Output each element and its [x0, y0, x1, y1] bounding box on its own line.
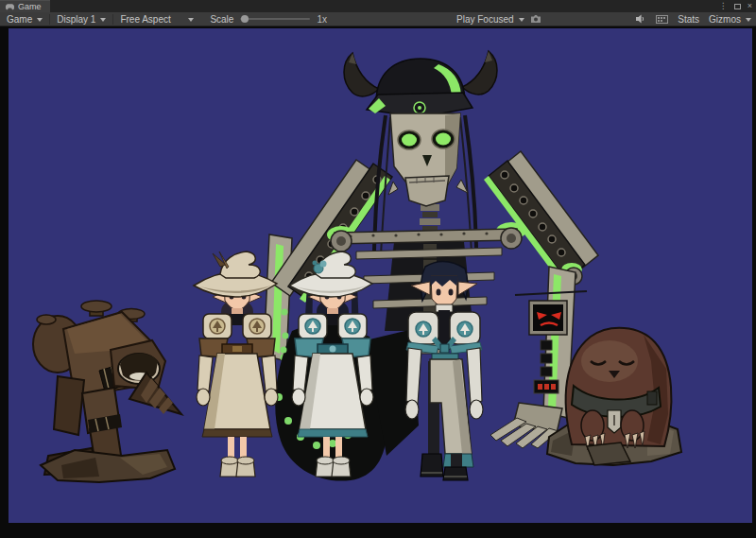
display-select-dropdown[interactable]: Display 1 — [50, 12, 112, 26]
grid-icon[interactable] — [656, 15, 668, 24]
chevron-down-icon — [519, 18, 524, 22]
chevron-down-icon — [100, 18, 106, 22]
chevron-down-icon — [188, 18, 194, 22]
chevron-down-icon — [746, 18, 751, 22]
gamepad-icon — [5, 3, 15, 10]
gizmos-dropdown[interactable]: Gizmos — [709, 12, 751, 26]
scale-label: Scale — [210, 14, 233, 25]
close-icon[interactable]: × — [747, 0, 752, 12]
scale-control: Scale 1x — [210, 14, 327, 25]
camera-icon[interactable] — [530, 14, 541, 24]
tab-game[interactable]: Game — [0, 0, 50, 12]
tab-label: Game — [18, 1, 42, 13]
aspect-ratio-dropdown[interactable]: Free Aspect — [113, 12, 200, 26]
game-render-canvas[interactable] — [9, 28, 752, 523]
scale-value: 1x — [317, 14, 327, 25]
tab-bar: Game ⋮ × — [0, 0, 756, 12]
play-focused-group: Play Focused — [456, 12, 541, 26]
toolbar-right-group: Stats Gizmos — [636, 12, 751, 26]
game-view-toolbar: Game Display 1 Free Aspect Scale 1x Play… — [0, 12, 756, 26]
window-controls: ⋮ × — [719, 0, 752, 12]
maximize-icon[interactable] — [734, 4, 741, 9]
stats-button[interactable]: Stats — [678, 14, 699, 25]
chevron-down-icon — [37, 18, 43, 22]
game-viewport-frame — [0, 26, 756, 538]
window-menu-icon[interactable]: ⋮ — [719, 0, 728, 12]
unity-game-window: Game ⋮ × Game Display 1 Free Aspect Scal… — [0, 0, 756, 538]
play-focused-dropdown[interactable]: Play Focused — [456, 12, 524, 26]
scale-slider[interactable] — [240, 18, 310, 20]
display-mode-dropdown[interactable]: Game — [0, 12, 49, 26]
speaker-icon[interactable] — [636, 14, 646, 24]
scale-slider-knob[interactable] — [241, 15, 249, 23]
